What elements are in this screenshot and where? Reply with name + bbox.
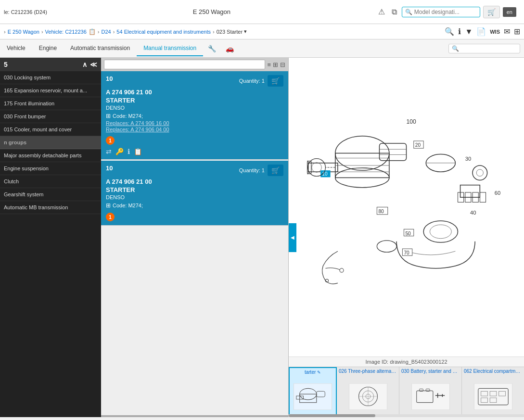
cart-button[interactable]: 🛒 [483, 6, 500, 18]
sidebar-collapse-icon[interactable]: ∧ [82, 61, 87, 68]
expand-view-icon[interactable]: ⊟ [280, 61, 285, 68]
mail-icon[interactable]: ✉ [504, 27, 510, 36]
model-search-input[interactable] [414, 9, 477, 15]
warning-icon[interactable]: ⚠ [376, 5, 387, 18]
language-button[interactable]: en [503, 7, 516, 17]
breadcrumb-sep-1: › [41, 29, 43, 35]
breadcrumb-item-wagon[interactable]: E 250 Wagon [8, 29, 39, 35]
grid-icon[interactable]: ⊞ [514, 27, 520, 36]
sidebar-list-wrapper: 030 Locking system 165 Expansion reservo… [0, 71, 101, 417]
main-content: 5 ∧ ≪ 030 Locking system 165 Expansion r… [0, 58, 524, 417]
thumb-edit-icon-0: ✎ [317, 370, 321, 375]
part-1-replaces-1[interactable]: Replaces: A 274 906 16 00 [106, 120, 283, 126]
thumb-label-starter: tarter ✎ [290, 368, 336, 377]
filter-icon[interactable]: ▼ [465, 27, 473, 36]
copy-icon[interactable]: ⧉ [390, 6, 399, 18]
svg-text:30: 30 [465, 156, 471, 162]
part-1-replaces-2[interactable]: Replaces: A 274 906 04 00 [106, 127, 283, 132]
part-item-1[interactable]: 10 Quantity: 1 🛒 A 274 906 21 00 STARTER… [101, 71, 288, 160]
parts-toolbar: ≡ ⊞ ⊟ [101, 58, 288, 71]
thumbnails-bar: tarter ✎ [289, 367, 524, 417]
sidebar-item-auto-mb[interactable]: Automatic MB transmission [0, 201, 101, 214]
sidebar-item-major-assembly[interactable]: Major assembly detachable parts [0, 149, 101, 162]
tab-manual-transmission[interactable]: Manual transmission [137, 41, 203, 56]
part-2-name: STARTER [106, 186, 283, 193]
wrench-icon[interactable]: 🔧 [203, 42, 221, 55]
part-1-name: STARTER [106, 97, 283, 104]
drawing-area: 100 20 [289, 58, 524, 356]
svg-text:80: 80 [378, 209, 384, 214]
key-icon-1[interactable]: 🔑 [115, 148, 124, 155]
part-item-2[interactable]: 10 Quantity: 1 🛒 A 274 906 21 00 STARTER… [101, 161, 288, 226]
thumb-img-compartment [462, 376, 524, 417]
sidebar-item-cooler[interactable]: 015 Cooler, mount and cover [0, 123, 101, 136]
breadcrumb-action-icons: 🔍 ℹ ▼ 📄 WIS ✉ ⊞ [445, 27, 520, 36]
image-id-text: Image ID: drawing_B54023000122 [365, 359, 447, 365]
thumb-item-battery[interactable]: 030 Battery, starter and alternator line… [399, 367, 462, 417]
breadcrumb-item-vehicle[interactable]: Vehicle: C212236 [45, 29, 87, 35]
part-1-qty-label: Quantity: 1 [239, 78, 265, 84]
list-view-icon[interactable]: ≡ [267, 61, 271, 68]
thumb-item-alternator[interactable]: 026 Three-phase alternator ✎ [337, 367, 399, 417]
car-icon[interactable]: 🚗 [221, 42, 239, 55]
grid-view-icon[interactable]: ⊞ [273, 61, 278, 68]
tab-automatic-transmission[interactable]: Automatic transmission [64, 41, 137, 56]
top-bar-icons: ⚠ ⧉ 🔍 🛒 en [376, 5, 516, 18]
part-1-pos: 10 [106, 75, 113, 82]
thumb-placeholder-alternator [349, 383, 387, 410]
breadcrumb-item-d24[interactable]: D24 [102, 29, 111, 35]
parts-list: 10 Quantity: 1 🛒 A 274 906 21 00 STARTER… [101, 71, 288, 415]
sidebar-item-clutch[interactable]: Clutch [0, 175, 101, 188]
model-search-box[interactable]: 🔍 [402, 7, 480, 17]
tab-search-box[interactable]: 🔍 [448, 44, 520, 53]
sidebar-item-front-bumper[interactable]: 030 Front bumper [0, 110, 101, 123]
sidebar-item-illumination[interactable]: 175 Front illumination [0, 97, 101, 110]
tab-search-input[interactable] [459, 45, 517, 52]
thumb-scroll-thumb[interactable] [289, 414, 375, 417]
thumb-edit-icon-1: ✎ [398, 369, 399, 374]
search-icon: 🔍 [405, 9, 412, 15]
transfer-icon-1[interactable]: ⇄ [106, 148, 112, 155]
tab-engine[interactable]: Engine [32, 41, 64, 56]
sidebar-item-locking[interactable]: 030 Locking system [0, 71, 101, 84]
drawing-collapse-button[interactable]: ◀ [289, 223, 296, 252]
tab-vehicle[interactable]: Vehicle [0, 41, 32, 56]
zoom-icon[interactable]: 🔍 [445, 27, 454, 36]
thumb-item-compartment[interactable]: 062 Electrical compartment in front pass… [462, 367, 524, 417]
parts-search-input[interactable] [104, 60, 265, 69]
sidebar-item-engine-suspension[interactable]: Engine suspension [0, 162, 101, 175]
svg-text:70: 70 [404, 250, 409, 255]
part-2-add-to-cart[interactable]: 🛒 [268, 165, 283, 176]
parts-view-icons: ≡ ⊞ ⊟ [267, 61, 285, 68]
tab-search-icon: 🔍 [452, 45, 459, 52]
part-2-code: ⊞ Code: M274; [106, 202, 283, 209]
top-bar: le: C212236 (D24) E 250 Wagon ⚠ ⧉ 🔍 🛒 en [0, 0, 524, 24]
part-1-brand: DENSO [106, 105, 283, 111]
image-id-bar: Image ID: drawing_B54023000122 [289, 356, 524, 367]
drawing-panel: ◀ 100 [289, 58, 524, 417]
info-icon[interactable]: ℹ [458, 27, 461, 36]
part-2-badge: 1 [106, 213, 115, 221]
thumb-placeholder-battery [411, 383, 450, 410]
svg-text:60: 60 [495, 190, 500, 196]
breadcrumb-item-starter[interactable]: 023 Starter ▾ [217, 28, 247, 35]
tabs-bar: Vehicle Engine Automatic transmission Ma… [0, 39, 524, 58]
thumb-item-starter[interactable]: tarter ✎ [289, 367, 337, 417]
doc-icon-1[interactable]: 📋 [134, 148, 142, 155]
part-item-1-header: 10 Quantity: 1 🛒 [106, 75, 283, 87]
info-icon-1[interactable]: ℹ [128, 148, 130, 155]
breadcrumb-sep-4: › [213, 29, 215, 35]
sidebar-item-gearshift[interactable]: Gearshift system [0, 188, 101, 201]
wis-icon[interactable]: WIS [490, 29, 500, 35]
sidebar-item-expansion[interactable]: 165 Expansion reservoir, mount a... [0, 84, 101, 97]
sidebar-close-icon[interactable]: ≪ [90, 61, 97, 68]
breadcrumb-sep-3: › [113, 29, 115, 35]
sidebar-header-icons: ∧ ≪ [82, 61, 97, 68]
sidebar-number: 5 [4, 61, 8, 68]
breadcrumb-item-electrical[interactable]: 54 Electrical equipment and instruments [116, 29, 211, 35]
part-1-badge: 1 [106, 136, 115, 145]
thumb-placeholder-starter [294, 383, 332, 410]
document-icon[interactable]: 📄 [476, 27, 486, 36]
table-icon-2: ⊞ [106, 202, 111, 209]
part-1-add-to-cart[interactable]: 🛒 [268, 75, 283, 87]
